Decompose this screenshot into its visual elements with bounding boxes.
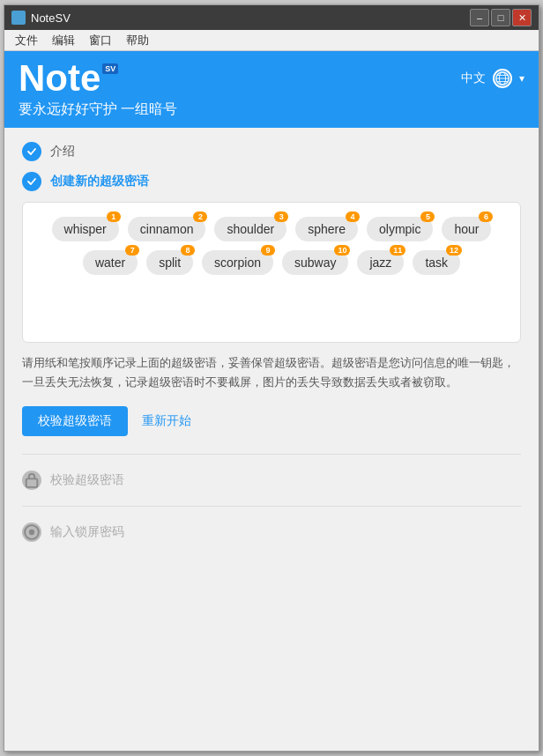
step-1: 介绍 (22, 142, 521, 161)
pin-step-label: 输入锁屏密码 (50, 524, 124, 540)
pin-step-icon (22, 523, 41, 542)
app-title: Note (19, 60, 100, 97)
word-chip-8: split8 (146, 250, 193, 275)
bottom-step-1: 校验超级密语 (22, 462, 521, 499)
verify-button[interactable]: 校验超级密语 (22, 406, 128, 436)
app-subtitle: 要永远好好守护 一组暗号 (19, 100, 524, 119)
word-chip-11: jazz11 (357, 250, 404, 275)
app-window: NoteSV – □ ✕ 文件 编辑 窗口 帮助 Note SV 中文 (4, 4, 539, 752)
svg-rect-7 (26, 479, 38, 487)
close-button[interactable]: ✕ (512, 9, 532, 26)
minimize-button[interactable]: – (470, 9, 489, 26)
sv-badge: SV (102, 63, 118, 74)
word-chip-2: cinnamon2 (128, 217, 206, 241)
menu-window[interactable]: 窗口 (82, 31, 119, 50)
menu-bar: 文件 编辑 窗口 帮助 (4, 30, 539, 51)
app-icon (11, 11, 26, 25)
step-2: 创建新的超级密语 (22, 172, 521, 191)
word-chip-5: olympic5 (367, 217, 433, 241)
step-2-label: 创建新的超级密语 (50, 174, 149, 189)
divider-1 (22, 454, 521, 455)
header-right: 中文 ▾ (461, 69, 524, 88)
svg-point-9 (29, 530, 34, 535)
word-chip-4: sphere4 (295, 217, 358, 241)
restart-button[interactable]: 重新开始 (142, 413, 191, 429)
menu-edit[interactable]: 编辑 (45, 31, 82, 50)
header-top: Note SV 中文 ▾ (19, 60, 524, 97)
word-chip-6: hour6 (442, 217, 491, 241)
word-chip-1: whisper1 (52, 217, 119, 241)
main-content: 介绍 创建新的超级密语 whisper1cinnamon2shoulder3sp… (4, 128, 539, 751)
word-chip-7: water7 (83, 250, 138, 275)
maximize-button[interactable]: □ (491, 9, 510, 26)
word-chip-12: task12 (413, 250, 460, 275)
divider-2 (22, 506, 521, 507)
word-cloud-box: whisper1cinnamon2shoulder3sphere4olympic… (22, 202, 521, 343)
verify-step-label: 校验超级密语 (50, 472, 124, 488)
dropdown-arrow-icon[interactable]: ▾ (519, 72, 524, 85)
menu-file[interactable]: 文件 (8, 31, 45, 50)
step-2-icon (22, 172, 41, 191)
window-title: NoteSV (31, 11, 465, 25)
step-1-label: 介绍 (50, 144, 75, 159)
app-title-container: Note SV (19, 60, 118, 97)
menu-help[interactable]: 帮助 (119, 31, 156, 50)
step-1-icon (22, 142, 41, 161)
globe-icon[interactable] (493, 69, 512, 88)
word-chip-10: subway10 (282, 250, 348, 275)
lang-label: 中文 (461, 70, 486, 86)
app-header: Note SV 中文 ▾ 要永远好好守护 一组暗号 (4, 51, 539, 128)
button-row: 校验超级密语 重新开始 (22, 406, 521, 436)
title-bar: NoteSV – □ ✕ (4, 5, 539, 30)
bottom-step-2: 输入锁屏密码 (22, 514, 521, 551)
word-chip-9: scorpion9 (202, 250, 273, 275)
window-controls: – □ ✕ (470, 9, 532, 26)
description-text: 请用纸和笔按顺序记录上面的超级密语，妥善保管超级密语。超级密语是您访问信息的唯一… (22, 353, 521, 392)
word-cloud-grid: whisper1cinnamon2shoulder3sphere4olympic… (37, 217, 506, 275)
verify-step-icon (22, 471, 41, 490)
word-chip-3: shoulder3 (214, 217, 286, 241)
